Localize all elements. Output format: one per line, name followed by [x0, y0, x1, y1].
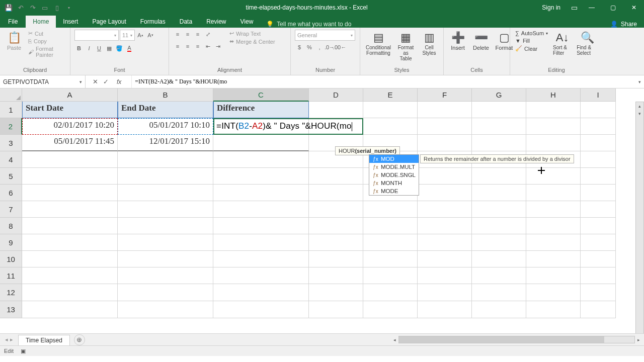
column-header-B[interactable]: B [118, 88, 213, 102]
column-header-C[interactable]: C [213, 88, 309, 102]
cell[interactable] [526, 218, 581, 234]
scroll-down-icon[interactable]: ▾ [636, 110, 643, 117]
cell[interactable] [22, 151, 118, 168]
cell[interactable] [418, 301, 472, 318]
cell-A1[interactable]: Start Date [22, 102, 118, 118]
clear-button[interactable]: 🧹Clear [514, 45, 549, 52]
align-center-icon[interactable]: ≡ [183, 42, 192, 51]
cell[interactable] [213, 251, 309, 267]
cell[interactable] [581, 118, 616, 135]
font-name-input[interactable]: ▾ [74, 30, 119, 41]
cell[interactable] [581, 185, 616, 201]
orientation-icon[interactable]: ⤢ [203, 30, 212, 39]
cell[interactable] [363, 201, 418, 218]
namebox-dropdown-icon[interactable]: ▾ [79, 79, 82, 84]
tab-view[interactable]: View [233, 16, 261, 28]
cell[interactable] [418, 218, 472, 234]
cell[interactable] [581, 218, 616, 234]
macro-record-icon[interactable]: ▣ [21, 348, 26, 354]
cell[interactable] [22, 251, 118, 267]
horizontal-scrollbar[interactable]: ◂ ▸ [398, 336, 635, 343]
column-header-H[interactable]: H [526, 88, 581, 102]
sheet-nav-prev-icon[interactable]: ◂ [5, 336, 8, 343]
cell[interactable] [526, 201, 581, 218]
cell[interactable] [526, 251, 581, 267]
underline-icon[interactable]: U [95, 44, 104, 53]
cell[interactable] [526, 284, 581, 301]
cell[interactable] [472, 185, 526, 201]
undo-icon[interactable]: ↶ [15, 2, 26, 13]
save-icon[interactable]: 💾 [3, 2, 14, 13]
row-header-8[interactable]: 8 [0, 218, 22, 234]
tab-page-layout[interactable]: Page Layout [85, 16, 133, 28]
cell[interactable] [22, 201, 118, 218]
cell[interactable] [22, 284, 118, 301]
minimize-icon[interactable]: — [582, 0, 602, 15]
cell-B3[interactable]: 12/01/2017 15:10 [118, 135, 213, 151]
autocomplete-item[interactable]: ƒxMOD [369, 155, 419, 163]
cell[interactable] [213, 201, 309, 218]
cell[interactable] [213, 284, 309, 301]
autocomplete-item[interactable]: ƒxMONTH [369, 179, 419, 187]
italic-icon[interactable]: I [85, 44, 94, 53]
cell[interactable] [22, 267, 118, 284]
cell[interactable] [309, 234, 363, 251]
fx-icon[interactable]: fx [114, 78, 124, 85]
cell[interactable] [309, 185, 363, 201]
scroll-up-icon[interactable]: ▴ [636, 102, 643, 110]
share-button[interactable]: 👤 Share [603, 21, 644, 28]
worksheet-grid[interactable]: ABCDEFGHI 12345678910111213 Start DateEn… [0, 88, 644, 333]
dec-decimal-icon[interactable]: .00← [335, 43, 344, 52]
shrink-font-icon[interactable]: A▾ [146, 31, 155, 40]
cell[interactable] [472, 135, 526, 151]
cell[interactable] [309, 301, 363, 318]
tab-data[interactable]: Data [173, 16, 199, 28]
cell[interactable] [581, 135, 616, 151]
row-header-3[interactable]: 3 [0, 135, 22, 151]
cell[interactable] [213, 234, 309, 251]
insert-cells-button[interactable]: ➕Insert [448, 30, 468, 52]
cell[interactable] [418, 267, 472, 284]
grow-font-icon[interactable]: A▴ [136, 31, 145, 40]
sheet-tab-active[interactable]: Time Elapsed [18, 335, 70, 345]
row-header-6[interactable]: 6 [0, 185, 22, 201]
cell[interactable] [118, 301, 213, 318]
cell[interactable] [526, 301, 581, 318]
cell[interactable] [22, 168, 118, 185]
cell[interactable] [418, 234, 472, 251]
ribbon-options-icon[interactable]: ▭ [567, 4, 582, 12]
cell-B2[interactable]: 05/01/2017 10:10 [118, 118, 213, 135]
cell[interactable] [363, 251, 418, 267]
cell[interactable] [118, 151, 213, 168]
cell[interactable] [363, 267, 418, 284]
cell[interactable] [363, 102, 418, 118]
format-painter-button[interactable]: 🖌Format Painter [27, 45, 66, 58]
cell[interactable] [213, 301, 309, 318]
select-all-corner[interactable] [0, 88, 22, 102]
cell[interactable] [472, 168, 526, 185]
merge-center-button[interactable]: ⬌Merge & Center [228, 38, 276, 45]
cell[interactable] [22, 301, 118, 318]
align-bottom-icon[interactable]: ≡ [193, 30, 202, 39]
cell[interactable] [581, 251, 616, 267]
cell[interactable] [581, 267, 616, 284]
row-header-1[interactable]: 1 [0, 102, 22, 118]
font-color-icon[interactable]: A [125, 44, 134, 53]
cell[interactable] [472, 102, 526, 118]
redo-icon[interactable]: ↷ [27, 2, 38, 13]
cell[interactable] [309, 251, 363, 267]
cell-C1[interactable]: Difference [213, 102, 309, 118]
cell[interactable] [581, 102, 616, 118]
cell[interactable] [118, 267, 213, 284]
add-sheet-button[interactable]: ⊕ [74, 334, 85, 345]
cell[interactable] [118, 234, 213, 251]
cell[interactable] [472, 234, 526, 251]
cell[interactable] [418, 201, 472, 218]
cell-A3[interactable]: 05/01/2017 11:45 [22, 135, 118, 151]
cell[interactable] [472, 218, 526, 234]
cell[interactable] [418, 185, 472, 201]
paste-button[interactable]: 📋 Paste [4, 30, 24, 52]
cell[interactable] [472, 118, 526, 135]
tab-home[interactable]: Home [26, 16, 56, 28]
autosum-button[interactable]: ∑AutoSum▾ [514, 30, 549, 37]
